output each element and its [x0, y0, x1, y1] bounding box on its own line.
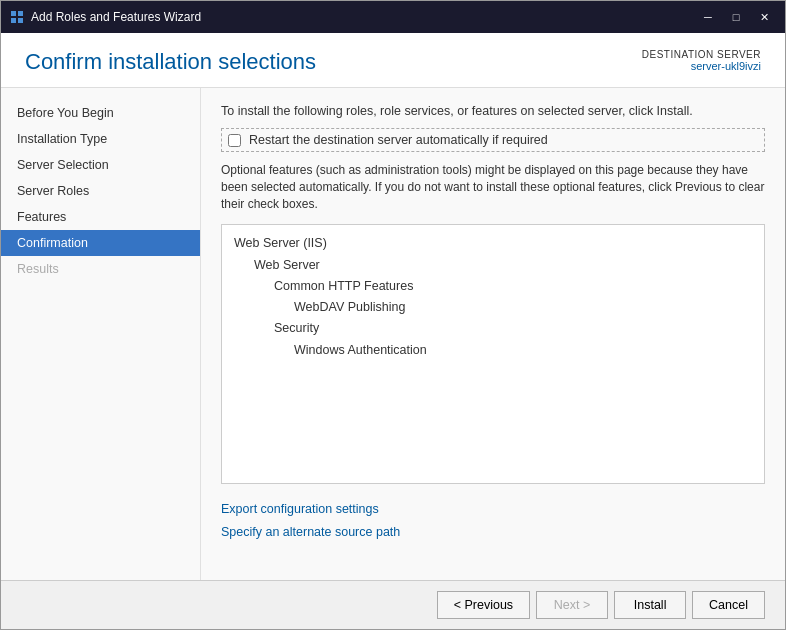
- previous-button[interactable]: < Previous: [437, 591, 530, 619]
- svg-rect-2: [11, 18, 16, 23]
- sidebar-item-features[interactable]: Features: [1, 204, 200, 230]
- install-button[interactable]: Install: [614, 591, 686, 619]
- features-box: Web Server (IIS) Web Server Common HTTP …: [221, 224, 765, 484]
- alternate-source-link[interactable]: Specify an alternate source path: [221, 521, 765, 544]
- destination-label: DESTINATION SERVER: [642, 49, 761, 60]
- optional-text: Optional features (such as administratio…: [221, 162, 765, 212]
- sidebar-item-results: Results: [1, 256, 200, 282]
- sidebar-item-installation-type[interactable]: Installation Type: [1, 126, 200, 152]
- links-section: Export configuration settings Specify an…: [221, 498, 765, 543]
- feature-web-server-iis: Web Server (IIS): [234, 233, 752, 254]
- restart-checkbox[interactable]: [228, 134, 241, 147]
- feature-security: Security: [234, 318, 752, 339]
- sidebar-label: Installation Type: [17, 132, 107, 146]
- export-config-link[interactable]: Export configuration settings: [221, 498, 765, 521]
- feature-webdav: WebDAV Publishing: [234, 297, 752, 318]
- svg-rect-0: [11, 11, 16, 16]
- sidebar-label: Confirmation: [17, 236, 88, 250]
- window-title: Add Roles and Features Wizard: [31, 10, 695, 24]
- sidebar-item-server-selection[interactable]: Server Selection: [1, 152, 200, 178]
- app-icon: [9, 9, 25, 25]
- title-prefix: Confirm: [25, 49, 102, 74]
- close-button[interactable]: ✕: [751, 7, 777, 27]
- instruction-text: To install the following roles, role ser…: [221, 104, 765, 118]
- title-suffix: installation selections: [102, 49, 316, 74]
- feature-web-server: Web Server: [234, 255, 752, 276]
- next-button[interactable]: Next >: [536, 591, 608, 619]
- sidebar: Before You Begin Installation Type Serve…: [1, 88, 201, 580]
- destination-name: server-ukl9ivzi: [642, 60, 761, 72]
- sidebar-label: Server Roles: [17, 184, 89, 198]
- sidebar-label: Results: [17, 262, 59, 276]
- sidebar-label: Server Selection: [17, 158, 109, 172]
- footer: < Previous Next > Install Cancel: [1, 580, 785, 629]
- sidebar-item-before-you-begin[interactable]: Before You Begin: [1, 100, 200, 126]
- sidebar-item-server-roles[interactable]: Server Roles: [1, 178, 200, 204]
- page-title: Confirm installation selections: [25, 49, 316, 75]
- svg-rect-3: [18, 18, 23, 23]
- cancel-button[interactable]: Cancel: [692, 591, 765, 619]
- sidebar-item-confirmation[interactable]: Confirmation: [1, 230, 200, 256]
- feature-windows-auth: Windows Authentication: [234, 340, 752, 361]
- restart-checkbox-row[interactable]: Restart the destination server automatic…: [221, 128, 765, 152]
- title-bar: Add Roles and Features Wizard ─ □ ✕: [1, 1, 785, 33]
- feature-common-http: Common HTTP Features: [234, 276, 752, 297]
- maximize-button[interactable]: □: [723, 7, 749, 27]
- minimize-button[interactable]: ─: [695, 7, 721, 27]
- restart-label[interactable]: Restart the destination server automatic…: [249, 133, 548, 147]
- main-content: Confirm installation selections DESTINAT…: [1, 33, 785, 580]
- destination-server: DESTINATION SERVER server-ukl9ivzi: [642, 49, 761, 72]
- sidebar-label: Features: [17, 210, 66, 224]
- sidebar-label: Before You Begin: [17, 106, 114, 120]
- header-section: Confirm installation selections DESTINAT…: [1, 33, 785, 88]
- svg-rect-1: [18, 11, 23, 16]
- body-section: Before You Begin Installation Type Serve…: [1, 88, 785, 580]
- window-controls: ─ □ ✕: [695, 7, 777, 27]
- content-area: To install the following roles, role ser…: [201, 88, 785, 580]
- wizard-window: Add Roles and Features Wizard ─ □ ✕ Conf…: [0, 0, 786, 630]
